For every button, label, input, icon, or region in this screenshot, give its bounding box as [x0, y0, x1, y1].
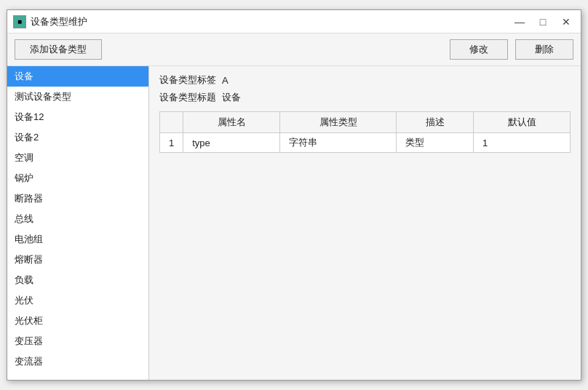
device-type-list[interactable]: 设备测试设备类型设备12设备2空调锅炉断路器总线电池组熔断器负载光伏光伏柜变压器… — [7, 66, 148, 380]
list-item[interactable]: 电池组 — [7, 229, 148, 250]
row-attr-type: 字符串 — [280, 133, 397, 153]
tag-label: 设备类型标签 — [159, 73, 216, 87]
col-attr-name: 属性名 — [183, 112, 280, 133]
table-header-row: 属性名 属性类型 描述 默认值 — [160, 112, 571, 133]
attribute-table: 属性名 属性类型 描述 默认值 1 type 字符串 类型 1 — [159, 111, 571, 153]
delete-button[interactable]: 删除 — [515, 39, 573, 60]
minimize-button[interactable]: — — [511, 15, 528, 29]
col-num — [160, 112, 183, 133]
col-default: 默认值 — [474, 112, 571, 133]
row-num: 1 — [160, 133, 183, 153]
main-window: ■ 设备类型维护 — □ ✕ 添加设备类型 修改 删除 设备测试设备类型设备12… — [7, 9, 581, 381]
list-item[interactable]: 负载 — [7, 270, 148, 290]
list-item[interactable]: 锅炉 — [7, 168, 148, 188]
row-attr-name: type — [183, 133, 280, 153]
list-item[interactable]: 变压器 — [7, 331, 148, 351]
main-content: 设备测试设备类型设备12设备2空调锅炉断路器总线电池组熔断器负载光伏光伏柜变压器… — [7, 66, 581, 380]
row-desc: 类型 — [397, 133, 474, 153]
col-desc: 描述 — [397, 112, 474, 133]
maximize-button[interactable]: □ — [534, 15, 552, 29]
list-item[interactable]: 光伏柜 — [7, 311, 148, 331]
list-item[interactable]: 空调 — [7, 148, 148, 168]
left-panel: 设备测试设备类型设备12设备2空调锅炉断路器总线电池组熔断器负载光伏光伏柜变压器… — [7, 66, 149, 380]
list-item[interactable]: 测试设备类型 — [7, 87, 148, 107]
list-item[interactable]: 光伏 — [7, 290, 148, 311]
row-default: 1 — [474, 133, 571, 153]
list-item[interactable]: 设备 — [7, 66, 148, 87]
tag-value: A — [222, 75, 229, 86]
toolbar: 添加设备类型 修改 删除 — [7, 33, 581, 66]
list-item[interactable]: 断路器 — [7, 188, 148, 209]
add-device-type-button[interactable]: 添加设备类型 — [15, 39, 102, 60]
type-title-value: 设备 — [222, 91, 241, 104]
title-row: 设备类型标题 设备 — [159, 91, 571, 104]
type-title-label: 设备类型标题 — [159, 91, 216, 104]
tag-row: 设备类型标签 A — [159, 73, 571, 87]
list-item[interactable]: 总线 — [7, 209, 148, 229]
table-row[interactable]: 1 type 字符串 类型 1 — [160, 133, 571, 153]
title-bar: ■ 设备类型维护 — □ ✕ — [7, 10, 581, 33]
window-controls: — □ ✕ — [511, 15, 575, 29]
list-item[interactable]: 设备12 — [7, 107, 148, 127]
col-attr-type: 属性类型 — [280, 112, 397, 133]
edit-button[interactable]: 修改 — [450, 39, 508, 60]
list-item[interactable]: 熔断器 — [7, 250, 148, 270]
list-item[interactable]: 设备2 — [7, 127, 148, 148]
right-panel: 设备类型标签 A 设备类型标题 设备 属性名 属性类型 描述 默认值 — [149, 66, 581, 380]
close-button[interactable]: ✕ — [557, 15, 575, 29]
window-icon: ■ — [13, 15, 26, 28]
window-title: 设备类型维护 — [31, 15, 511, 28]
list-item[interactable]: 变流器 — [7, 351, 148, 372]
